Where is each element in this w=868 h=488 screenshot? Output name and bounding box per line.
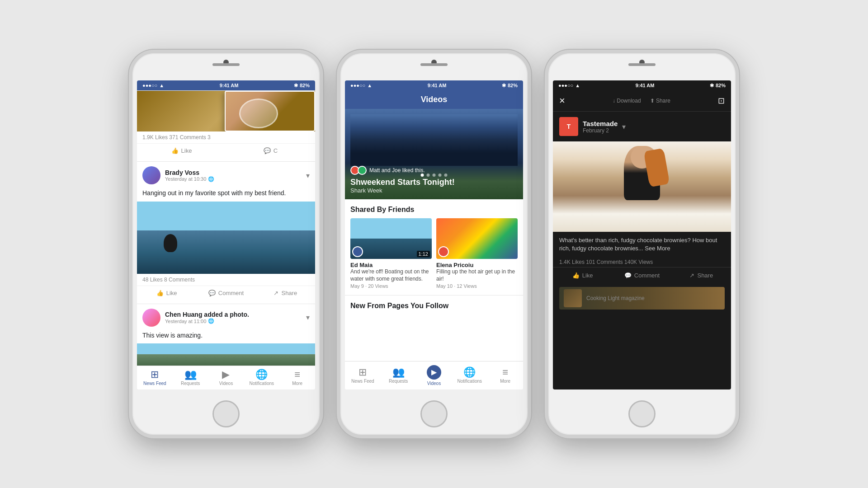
close-btn[interactable]: × — [559, 95, 565, 107]
dot-1 — [421, 174, 424, 177]
prev-post-image — [137, 91, 315, 131]
phone-1-home[interactable] — [212, 400, 240, 427]
nav-newsfeed-2[interactable]: ⊞ News Feed — [345, 361, 381, 389]
dark-share-label: Share — [697, 272, 713, 279]
signal-1: ●●●○○ — [142, 83, 157, 88]
videos-icon-2: ▶ — [427, 365, 441, 380]
ed-maia-thumb: 1:12 — [350, 218, 432, 259]
mini-avatars — [350, 166, 367, 175]
prev-like-btn[interactable]: 👍 Like — [137, 144, 226, 158]
chen-mountains-image — [137, 343, 315, 366]
nav-notifications-2[interactable]: 🌐 Notifications — [452, 361, 487, 389]
page-chevron[interactable]: ▾ — [622, 122, 626, 131]
phone-1: ●●●○○ ▲ 9:41 AM ✱ 82% 1.9K Likes 371 Com… — [129, 50, 323, 438]
nav-requests-1[interactable]: 👥 Requests — [173, 366, 208, 389]
newsfeed-icon-1: ⊞ — [151, 370, 159, 380]
status-bar-2: ●●●○○ ▲ 9:41 AM ✱ 82% — [345, 80, 523, 90]
dark-like-icon: 👍 — [572, 272, 580, 279]
nav-newsfeed-1[interactable]: ⊞ News Feed — [137, 366, 173, 389]
status-right-1: ✱ 82% — [294, 83, 310, 89]
nav-newsfeed-label-1: News Feed — [143, 381, 166, 386]
elena-name: Elena Pricoiu — [436, 262, 518, 268]
prev-comment-btn[interactable]: 💬 C — [226, 144, 315, 158]
status-bar-1: ●●●○○ ▲ 9:41 AM ✱ 82% — [137, 80, 315, 90]
dark-share-btn[interactable]: ↗ Share — [672, 267, 731, 283]
next-video-row[interactable]: Cooking Light magazine — [559, 287, 725, 310]
mini-avatar-2 — [358, 166, 367, 175]
chen-chevron[interactable]: ▾ — [306, 313, 310, 322]
dark-like-btn[interactable]: 👍 Like — [553, 267, 612, 283]
dot-3 — [433, 174, 436, 177]
page-info-row: T Tastemade February 2 ▾ — [553, 112, 731, 141]
brady-like-btn[interactable]: 👍 Like — [137, 286, 196, 300]
nav-notifications-1[interactable]: 🌐 Notifications — [244, 366, 279, 389]
tastemade-logo: T — [559, 117, 578, 136]
elena-avatar — [438, 246, 449, 257]
comment-icon: 💬 — [264, 147, 271, 154]
battery-1: 82% — [300, 83, 310, 88]
status-left-3: ●●●○○ ▲ — [558, 83, 580, 88]
brady-comment-btn[interactable]: 💬 Comment — [196, 286, 255, 300]
phone-2: ●●●○○ ▲ 9:41 AM ✱ 82% Videos — [337, 50, 531, 438]
nav-requests-label-1: Requests — [181, 381, 200, 386]
chen-post-meta: Chen Huang added a photo. Yesterday at 1… — [165, 311, 302, 324]
dark-like-label: Like — [582, 272, 593, 279]
nav-requests-2[interactable]: 👥 Requests — [381, 361, 416, 389]
dot-4 — [439, 174, 442, 177]
ed-maia-info: Ed Maia And we're off! Boating out on th… — [350, 259, 432, 291]
status-left-1: ●●●○○ ▲ — [142, 83, 164, 88]
dot-2 — [427, 174, 430, 177]
shared-videos-grid: 1:12 Ed Maia And we're off! Boating out … — [345, 218, 523, 291]
phone-3: ●●●○○ ▲ 9:41 AM ✱ 82% × ↓ Download ⬆ Sha… — [545, 50, 739, 438]
screen-content-1: 1.9K Likes 371 Comments 3 👍 Like 💬 C — [137, 90, 315, 366]
bluetooth-icon-2: ✱ — [502, 83, 506, 89]
bottom-nav-2: ⊞ News Feed 👥 Requests ▶ Videos 🌐 Notifi… — [345, 361, 523, 389]
hero-video[interactable]: Matt and Joe liked this. Shweekend Start… — [345, 109, 523, 199]
nav-videos-label-1: Videos — [219, 381, 233, 386]
nav-more-2[interactable]: ≡ More — [487, 361, 523, 389]
globe-icon: 🌐 — [208, 176, 214, 182]
ed-maia-duration: 1:12 — [417, 251, 430, 257]
phone-2-home[interactable] — [420, 400, 448, 427]
ed-maia-video[interactable]: 1:12 Ed Maia And we're off! Boating out … — [350, 218, 432, 291]
elena-video[interactable]: Elena Pricoiu Filling up the hot air get… — [436, 218, 518, 291]
nav-notifications-label-2: Notifications — [458, 379, 482, 384]
nav-videos-label-2: Videos — [427, 381, 441, 386]
brady-share-btn[interactable]: ↗ Share — [256, 286, 315, 300]
dark-video-stats: 1.4K Likes 101 Comments 140K Views — [553, 257, 731, 267]
nav-videos-1[interactable]: ▶ Videos — [208, 366, 244, 389]
phone-3-home[interactable] — [628, 400, 656, 427]
battery-2: 82% — [508, 83, 518, 88]
dark-action-bar: 👍 Like 💬 Comment ↗ Share — [553, 267, 731, 283]
phone-3-screen: ●●●○○ ▲ 9:41 AM ✱ 82% × ↓ Download ⬆ Sha… — [553, 80, 731, 389]
dark-comment-btn[interactable]: 💬 Comment — [612, 267, 671, 283]
newsfeed-icon-2: ⊞ — [359, 367, 367, 377]
notifications-icon-1: 🌐 — [255, 370, 268, 380]
prev-post-card: 1.9K Likes 371 Comments 3 👍 Like 💬 C — [137, 90, 315, 158]
nav-newsfeed-label-2: News Feed — [351, 379, 374, 384]
time-3: 9:41 AM — [636, 83, 655, 88]
brady-chevron[interactable]: ▾ — [306, 171, 310, 180]
signal-3: ●●●○○ — [558, 83, 573, 88]
nav-videos-2[interactable]: ▶ Videos — [416, 361, 452, 389]
share-action[interactable]: ⬆ Share — [650, 98, 670, 104]
ed-maia-desc: And we're off! Boating out on the water … — [350, 268, 432, 282]
videos-icon-1: ▶ — [222, 370, 230, 380]
woman-silhouette — [624, 146, 660, 200]
wifi-icon-1: ▲ — [159, 83, 164, 88]
phone-speaker-3 — [628, 63, 656, 66]
like-label: Like — [181, 147, 192, 154]
video-player[interactable] — [553, 141, 731, 232]
brady-stats: 48 Likes 8 Comments — [137, 274, 315, 286]
person-hair — [643, 148, 670, 188]
brady-post-header: Brady Voss Yesterday at 10:30 🌐 ▾ — [137, 162, 315, 187]
fullscreen-btn[interactable]: ⊡ — [718, 96, 725, 106]
pages-section-title: New From Pages You Follow — [345, 295, 523, 314]
nav-requests-label-2: Requests — [389, 379, 408, 384]
nav-more-1[interactable]: ≡ More — [279, 366, 315, 389]
videos-title: Videos — [421, 95, 448, 104]
dark-comment-icon: 💬 — [624, 272, 632, 279]
requests-icon-2: 👥 — [392, 367, 405, 377]
elena-meta: May 10 · 12 Views — [436, 283, 518, 289]
download-action[interactable]: ↓ Download — [613, 98, 641, 104]
